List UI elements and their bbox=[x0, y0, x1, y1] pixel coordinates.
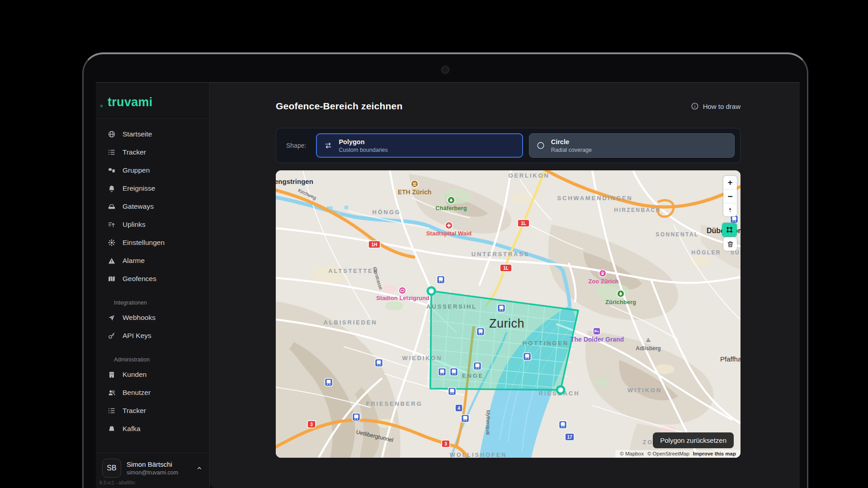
sidebar-nav: Startseite Tracker Gruppen Ereignisse Ga… bbox=[96, 119, 209, 438]
map-attribution: © Mapbox © OpenStreetMap Improve this ma… bbox=[615, 450, 741, 458]
map-icon bbox=[108, 275, 116, 283]
mapbox-attribution-link[interactable]: © Mapbox bbox=[620, 451, 644, 456]
sidebar-item-label: Einstellungen bbox=[123, 237, 165, 248]
shape-option-circle[interactable]: Circle Radial coverage bbox=[529, 133, 735, 158]
sidebar-item-startseite[interactable]: Startseite bbox=[102, 125, 203, 143]
sidebar-item-ereignisse[interactable]: Ereignisse bbox=[102, 179, 203, 197]
sidebar-item-kunden[interactable]: Kunden bbox=[102, 366, 203, 384]
polygon-vertex-handle[interactable] bbox=[557, 386, 564, 394]
sidebar-item-tracker-admin[interactable]: Tracker bbox=[102, 402, 203, 420]
sidebar-item-label: Webhooks bbox=[123, 312, 156, 323]
svg-text:ALTSTETTEN: ALTSTETTEN bbox=[328, 267, 379, 274]
draw-polygon-tool-button[interactable] bbox=[722, 223, 737, 237]
shape-option-polygon[interactable]: Polygon Custom boundaries bbox=[316, 133, 523, 158]
polygon-vertex-handle[interactable] bbox=[428, 287, 435, 295]
compass-button[interactable] bbox=[723, 203, 737, 216]
svg-text:ENGE: ENGE bbox=[462, 372, 484, 379]
sidebar-item-label: Gateways bbox=[123, 201, 154, 212]
user-email: simon@truvami.com bbox=[127, 469, 178, 476]
shape-option-title: Polygon bbox=[339, 138, 387, 145]
svg-text:1L: 1L bbox=[503, 266, 509, 271]
gear-icon bbox=[108, 239, 116, 247]
sidebar-item-label: Geofences bbox=[123, 273, 156, 284]
svg-text:WOLLISHOFEN: WOLLISHOFEN bbox=[450, 451, 507, 458]
page-header: Geofence-Bereich zeichnen How to draw bbox=[276, 101, 741, 112]
sidebar-item-einstellungen[interactable]: Einstellungen bbox=[102, 234, 203, 252]
building-icon bbox=[108, 371, 116, 379]
stadium-poi-icon bbox=[399, 287, 406, 294]
sidebar-item-geofences[interactable]: Geofences bbox=[102, 270, 203, 288]
sidebar-item-kafka[interactable]: Kafka bbox=[102, 420, 203, 438]
how-to-draw-link[interactable]: How to draw bbox=[691, 102, 741, 110]
info-icon bbox=[691, 102, 699, 110]
sidebar-item-label: Tracker bbox=[123, 405, 146, 416]
svg-text:Stadion Letzigrund: Stadion Letzigrund bbox=[376, 295, 429, 301]
bell-icon bbox=[108, 184, 116, 192]
shape-selector: Shape: Polygon Custom boundaries Circle … bbox=[276, 128, 741, 163]
svg-text:Zoo Zürich: Zoo Zürich bbox=[588, 278, 618, 285]
svg-text:FRIESENBERG: FRIESENBERG bbox=[366, 400, 423, 407]
trash-icon bbox=[726, 240, 734, 248]
svg-text:Adlisberg: Adlisberg bbox=[636, 345, 660, 352]
section-title-integrationen: Integrationen bbox=[102, 288, 203, 309]
reset-polygon-button[interactable]: Polygon zurücksetzen bbox=[653, 432, 734, 448]
uplink-icon bbox=[108, 221, 116, 229]
svg-text:OERLIKON: OERLIKON bbox=[508, 172, 549, 179]
tree-poi-icon bbox=[617, 290, 624, 297]
sidebar: truvami Startseite Tracker Gruppen Erei bbox=[96, 83, 210, 488]
svg-text:Pfaffhausen: Pfaffhausen bbox=[720, 355, 741, 363]
chevron-up-icon[interactable] bbox=[196, 465, 203, 472]
delete-drawing-button[interactable] bbox=[723, 237, 737, 251]
sidebar-item-gateways[interactable]: Gateways bbox=[102, 197, 203, 216]
sidebar-item-label: API Keys bbox=[123, 330, 151, 341]
sidebar-item-api-keys[interactable]: API Keys bbox=[102, 327, 203, 345]
sidebar-item-gruppen[interactable]: Gruppen bbox=[102, 161, 203, 179]
svg-text:The Dolder Grand: The Dolder Grand bbox=[571, 336, 624, 343]
osm-attribution-link[interactable]: © OpenStreetMap bbox=[647, 451, 689, 456]
map-zoom-controls: + − bbox=[723, 176, 737, 216]
sidebar-item-webhooks[interactable]: Webhooks bbox=[102, 309, 203, 327]
send-icon bbox=[108, 314, 116, 322]
shape-option-subtitle: Custom boundaries bbox=[339, 147, 387, 153]
eth-poi-icon bbox=[411, 180, 418, 188]
svg-text:17: 17 bbox=[567, 435, 572, 440]
svg-text:Zürichberg: Zürichberg bbox=[605, 299, 636, 305]
list-icon bbox=[108, 407, 116, 415]
sidebar-item-label: Alarme bbox=[123, 255, 145, 266]
compass-icon bbox=[726, 206, 734, 214]
svg-text:AUSSERSIHL: AUSSERSIHL bbox=[426, 303, 477, 310]
sidebar-item-tracker[interactable]: Tracker bbox=[102, 143, 203, 161]
version-text: 8.2-rc1 - a8af89c bbox=[96, 479, 209, 488]
shape-option-subtitle: Radial coverage bbox=[551, 147, 592, 153]
alert-triangle-icon bbox=[108, 257, 116, 265]
sidebar-item-label: Startseite bbox=[123, 129, 152, 140]
svg-text:UNTERSTRASS: UNTERSTRASS bbox=[472, 251, 529, 258]
user-profile[interactable]: SB Simon Bärtschi simon@truvami.com bbox=[96, 453, 209, 479]
globe-icon bbox=[108, 130, 116, 138]
svg-text:WITIKON: WITIKON bbox=[627, 387, 662, 394]
draw-tools bbox=[722, 223, 737, 251]
truvami-logo[interactable]: truvami bbox=[108, 95, 153, 109]
map-canvas[interactable]: Oberengstringen Kirchweg HÖNGG OERLIKON … bbox=[276, 170, 741, 458]
sidebar-item-label: Kunden bbox=[123, 369, 146, 380]
app-screen: truvami Startseite Tracker Gruppen Erei bbox=[96, 82, 800, 488]
how-to-draw-label: How to draw bbox=[703, 103, 741, 110]
swap-arrows-icon bbox=[324, 141, 333, 150]
improve-map-link[interactable]: Improve this map bbox=[693, 451, 736, 456]
svg-text:SONNENTAL: SONNENTAL bbox=[656, 231, 698, 238]
sidebar-item-uplinks[interactable]: Uplinks bbox=[102, 216, 203, 234]
tree-poi-icon bbox=[448, 197, 455, 204]
svg-text:Stadtspital Waid: Stadtspital Waid bbox=[426, 230, 472, 237]
avatar: SB bbox=[102, 459, 121, 478]
laptop-frame: truvami Startseite Tracker Gruppen Erei bbox=[82, 52, 808, 488]
sidebar-item-benutzer[interactable]: Benutzer bbox=[102, 384, 203, 402]
zoom-in-button[interactable]: + bbox=[723, 176, 737, 189]
sidebar-item-label: Tracker bbox=[123, 147, 146, 158]
sidebar-item-label: Gruppen bbox=[123, 165, 150, 176]
main-content: Geofence-Bereich zeichnen How to draw Sh… bbox=[210, 83, 800, 488]
logo-area: truvami bbox=[96, 83, 209, 119]
webcam-dot bbox=[443, 67, 448, 73]
zoom-out-button[interactable]: − bbox=[723, 189, 737, 203]
sidebar-item-alarme[interactable]: Alarme bbox=[102, 252, 203, 270]
sidebar-item-label: Kafka bbox=[123, 423, 141, 434]
